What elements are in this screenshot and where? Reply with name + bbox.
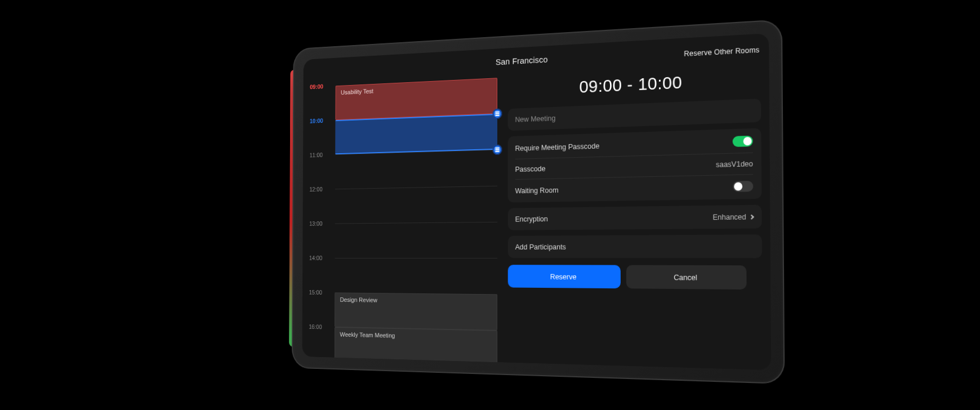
reservation-panel: 09:00 - 10:00 New Meeting Require Meetin… [507,61,763,363]
meeting-topic-input[interactable]: New Meeting [507,99,761,131]
hour-label: 15:00 [309,289,322,296]
chevron-right-icon [749,214,754,219]
hour-label: 11:00 [310,151,323,158]
security-settings-card: Require Meeting Passcode Passcode saasV1… [507,128,761,202]
calendar-event[interactable]: Design Review [335,292,497,330]
encryption-label: Encryption [515,215,547,224]
hour-gridline [335,222,497,224]
hour-label: 16:00 [309,323,322,330]
time-selection[interactable] [335,114,497,154]
cancel-button[interactable]: Cancel [626,265,747,289]
schedule-timeline[interactable]: 09:0010:0011:0012:0013:0014:0015:0016:00… [309,74,500,355]
screen: San Francisco Reserve Other Rooms 09:001… [302,33,771,371]
add-participants-row[interactable]: Add Participants [507,234,762,258]
hour-label: 14:00 [309,255,322,261]
hour-label: 10:00 [310,117,323,124]
hour-gridline [335,258,497,259]
waiting-room-toggle[interactable] [733,181,753,192]
room-scheduling-tablet: San Francisco Reserve Other Rooms 09:001… [292,19,785,384]
hour-label: 12:00 [309,186,322,193]
selection-handle-end[interactable] [492,145,502,155]
reserve-other-rooms-link[interactable]: Reserve Other Rooms [684,46,759,58]
passcode-value[interactable]: saasV1deo [716,159,753,168]
selection-handle-start[interactable] [492,109,502,119]
reserve-button[interactable]: Reserve [507,265,620,288]
hour-label: 13:00 [309,220,322,227]
calendar-event[interactable]: Usability Test [335,78,497,120]
selected-time-range: 09:00 - 10:00 [507,61,761,103]
encryption-row[interactable]: Encryption Enhanced [507,205,761,230]
require-passcode-toggle[interactable] [733,136,753,147]
passcode-label: Passcode [515,164,545,173]
hour-label: 09:00 [310,83,323,91]
encryption-value: Enhanced [712,212,746,221]
hour-gridline [335,186,497,190]
